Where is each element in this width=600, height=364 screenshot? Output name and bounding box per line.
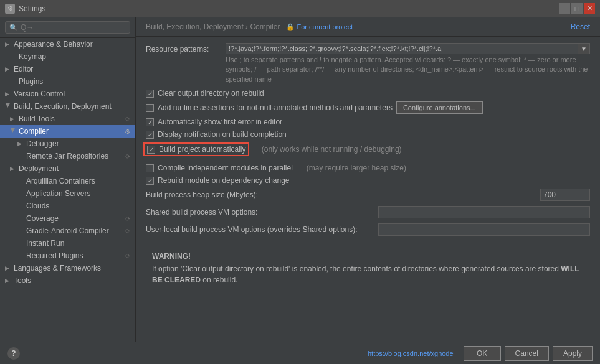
sidebar-item-languages[interactable]: ▶ Languages & Frameworks xyxy=(0,262,135,274)
warning-text: If option 'Clear output directory on reb… xyxy=(152,263,584,286)
arrow-icon: ▶ xyxy=(5,278,11,284)
clear-output-checkbox[interactable] xyxy=(146,90,154,98)
sidebar-item-label: Instant Run xyxy=(26,239,130,248)
sidebar-item-label: Languages & Frameworks xyxy=(14,264,130,273)
sidebar-item-label: Build Tools xyxy=(19,114,123,123)
sidebar-item-build-execution[interactable]: ▶ Build, Execution, Deployment xyxy=(0,100,135,113)
sidebar-item-gradle-android[interactable]: Gradle-Android Compiler ⟳ xyxy=(0,225,135,237)
resource-hint: Use ; to separate patterns and ! to nega… xyxy=(226,55,590,84)
apply-button[interactable]: Apply xyxy=(553,346,593,361)
sidebar-item-keymap[interactable]: Keymap xyxy=(0,50,135,63)
show-first-error-label: Automatically show first error in editor xyxy=(158,118,282,126)
settings-icon: ⚙ xyxy=(125,128,130,135)
sidebar-item-app-servers[interactable]: Application Servers xyxy=(0,187,135,200)
sidebar-item-arquillian[interactable]: Arquillian Containers xyxy=(0,175,135,187)
user-local-vm-label: User-local build process VM options (ove… xyxy=(146,225,373,234)
sidebar-item-label: Version Control xyxy=(14,90,130,98)
sidebar-item-label: Compiler xyxy=(19,127,122,136)
sidebar-item-label: Tools xyxy=(14,276,130,285)
sidebar-item-version-control[interactable]: ▶ Version Control xyxy=(0,88,135,100)
user-local-vm-input[interactable] xyxy=(378,223,590,236)
rebuild-module-checkbox[interactable] xyxy=(146,177,154,185)
build-auto-checkbox[interactable] xyxy=(147,146,155,154)
close-button[interactable]: ✕ xyxy=(584,3,595,14)
heap-size-input[interactable] xyxy=(540,189,590,201)
sidebar-item-label: Appearance & Behavior xyxy=(14,40,130,49)
resource-patterns-row: Resource patterns: ▼ Use ; to separate p… xyxy=(146,43,590,84)
display-notification-checkbox[interactable] xyxy=(146,131,154,139)
resource-patterns-label: Resource patterns: xyxy=(146,43,221,54)
breadcrumb: Build, Execution, Deployment › Compiler … xyxy=(146,22,353,31)
arrow-icon: ▶ xyxy=(5,91,11,97)
sidebar-item-label: Debugger xyxy=(26,139,130,148)
sidebar-item-plugins[interactable]: Plugins xyxy=(0,75,135,88)
settings-icon: ⚙ xyxy=(5,4,15,14)
sidebar-item-remote-jar[interactable]: Remote Jar Repositories ⟳ xyxy=(0,150,135,162)
project-indicator: 🔒 For current project xyxy=(286,23,353,30)
sidebar-item-required-plugins[interactable]: Required Plugins ⟳ xyxy=(0,250,135,262)
checkbox-rebuild-module: Rebuild module on dependency change xyxy=(146,176,590,185)
maximize-button[interactable]: □ xyxy=(571,3,583,14)
compile-parallel-checkbox[interactable] xyxy=(146,164,154,172)
sync-icon: ⟳ xyxy=(125,215,130,222)
show-first-error-checkbox[interactable] xyxy=(146,118,154,126)
arrow-icon: ▶ xyxy=(17,141,24,147)
content-area: Build, Execution, Deployment › Compiler … xyxy=(136,17,600,342)
shared-vm-label: Shared build process VM options: xyxy=(146,208,373,217)
warning-title: WARNING! xyxy=(152,252,584,261)
shared-vm-input[interactable] xyxy=(378,206,590,218)
arrow-icon: ▶ xyxy=(5,265,11,271)
sidebar-item-label: Arquillian Containers xyxy=(26,177,130,185)
resource-patterns-input[interactable] xyxy=(226,44,578,54)
sidebar-item-label: Build, Execution, Deployment xyxy=(14,102,130,111)
sidebar-item-build-tools[interactable]: ▶ Build Tools ⟳ xyxy=(0,113,135,125)
arrow-open-icon: ▶ xyxy=(5,103,11,110)
bottom-buttons: OK Cancel Apply xyxy=(464,346,593,361)
runtime-assertions-checkbox[interactable] xyxy=(146,104,154,112)
cancel-button[interactable]: Cancel xyxy=(505,346,549,361)
sidebar: 🔍 ▶ Appearance & Behavior Keymap ▶ Edito… xyxy=(0,17,136,342)
build-auto-note: (only works while not running / debuggin… xyxy=(262,145,402,154)
arrow-open-icon: ▶ xyxy=(10,128,16,134)
arrow-icon: ▶ xyxy=(10,166,16,172)
checkbox-compile-parallel: Compile independent modules in parallel … xyxy=(146,164,590,172)
sidebar-item-instant-run[interactable]: Instant Run xyxy=(0,237,135,250)
user-local-vm-row: User-local build process VM options (ove… xyxy=(146,223,590,236)
search-input-wrap[interactable]: 🔍 xyxy=(5,21,130,34)
sidebar-item-debugger[interactable]: ▶ Debugger xyxy=(0,138,135,150)
arrow-icon: ▶ xyxy=(5,41,11,47)
breadcrumb-text: Build, Execution, Deployment › Compiler xyxy=(146,22,280,31)
minimize-button[interactable]: ─ xyxy=(559,3,570,14)
resource-input-wrap[interactable]: ▼ xyxy=(226,43,590,54)
sync-icon: ⟳ xyxy=(125,228,130,235)
ok-button[interactable]: OK xyxy=(464,346,501,361)
title-bar-controls: ─ □ ✕ xyxy=(559,3,595,14)
search-icon: 🔍 xyxy=(9,24,18,32)
sidebar-item-label: Deployment xyxy=(19,164,130,173)
sidebar-item-deployment[interactable]: ▶ Deployment xyxy=(0,162,135,175)
expand-button[interactable]: ▼ xyxy=(578,44,589,54)
checkbox-clear-output: Clear output directory on rebuild xyxy=(146,89,590,98)
sidebar-item-label: Clouds xyxy=(26,202,130,210)
help-button[interactable]: ? xyxy=(7,347,20,360)
watermark: https://blog.csdn.net/xgnode xyxy=(368,350,454,357)
main-layout: 🔍 ▶ Appearance & Behavior Keymap ▶ Edito… xyxy=(0,17,600,342)
search-input[interactable] xyxy=(21,23,126,32)
arrow-icon: ▶ xyxy=(10,116,16,122)
sync-icon: ⟳ xyxy=(125,153,130,160)
reset-link[interactable]: Reset xyxy=(571,22,590,31)
checkbox-show-first-error: Automatically show first error in editor xyxy=(146,118,590,126)
sidebar-item-label: Required Plugins xyxy=(26,251,123,260)
sidebar-item-appearance[interactable]: ▶ Appearance & Behavior xyxy=(0,38,135,50)
sidebar-item-coverage[interactable]: Coverage ⟳ xyxy=(0,212,135,225)
sidebar-item-tools[interactable]: ▶ Tools xyxy=(0,274,135,287)
sidebar-item-label: Application Servers xyxy=(26,189,130,198)
arrow-icon: ▶ xyxy=(5,66,11,72)
sidebar-item-clouds[interactable]: Clouds xyxy=(0,200,135,212)
sidebar-item-compiler[interactable]: ▶ Compiler ⚙ xyxy=(0,125,135,138)
content-body: Resource patterns: ▼ Use ; to separate p… xyxy=(136,37,600,298)
title-bar: ⚙ Settings ─ □ ✕ xyxy=(0,0,600,17)
configure-annotations-button[interactable]: Configure annotations... xyxy=(396,101,483,114)
sidebar-item-editor[interactable]: ▶ Editor xyxy=(0,63,135,75)
shared-vm-row: Shared build process VM options: xyxy=(146,206,590,218)
